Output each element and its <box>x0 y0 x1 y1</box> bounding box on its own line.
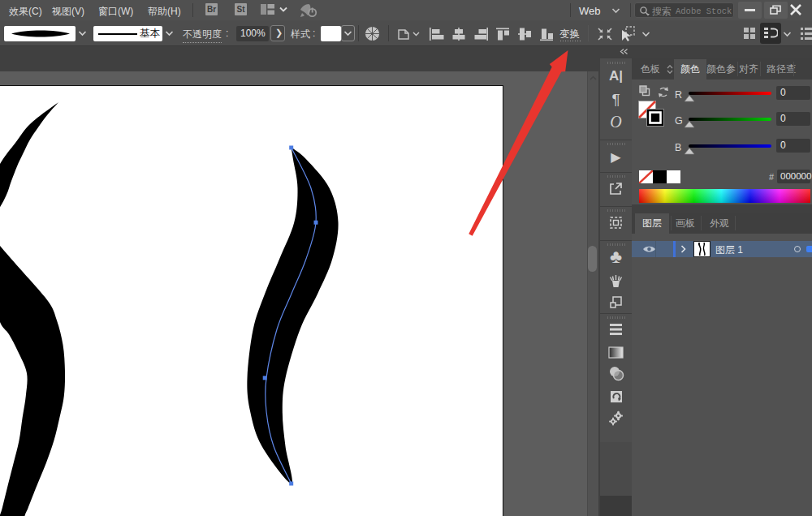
svg-text:变换: 变换 <box>559 28 580 40</box>
